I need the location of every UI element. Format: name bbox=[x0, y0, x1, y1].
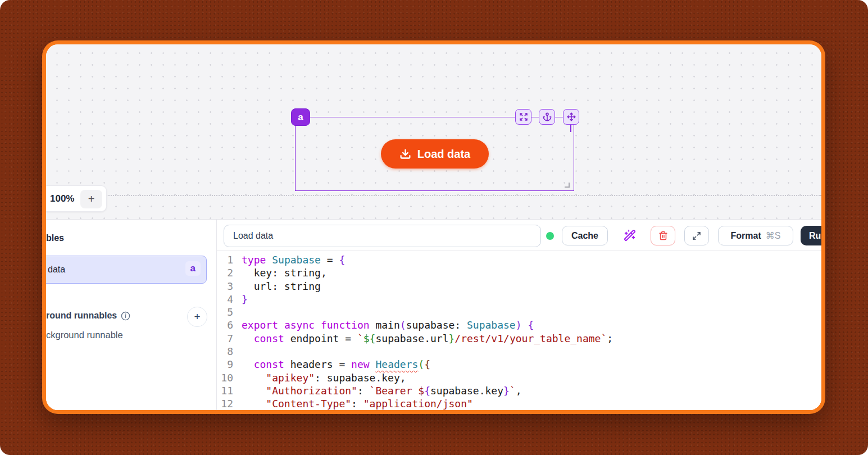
runnable-editor: Cache bbox=[217, 220, 821, 410]
background-runnables-heading: round runnables bbox=[46, 311, 117, 321]
trash-icon bbox=[658, 231, 668, 240]
line-number: 5 bbox=[217, 306, 233, 319]
line-number: 10 bbox=[217, 371, 233, 384]
line-number: 4 bbox=[217, 293, 233, 306]
code-line-content: "apikey": supabase.key, bbox=[233, 371, 406, 384]
runnable-item-label: data bbox=[46, 265, 65, 275]
code-editor[interactable]: 1type Supabase = {2 key: string,3 url: s… bbox=[217, 251, 821, 410]
runnable-list-item-selected[interactable]: data a bbox=[46, 256, 207, 284]
info-icon[interactable] bbox=[121, 311, 130, 321]
code-line[interactable]: 3 url: string bbox=[217, 280, 821, 293]
line-number: 6 bbox=[217, 319, 233, 331]
editor-toolbar: Cache bbox=[217, 220, 821, 251]
line-number: 2 bbox=[217, 266, 233, 279]
move-icon bbox=[567, 112, 576, 121]
code-line[interactable]: 2 key: string, bbox=[217, 266, 821, 279]
page-background: a bbox=[0, 0, 868, 455]
expand-corners-icon bbox=[519, 112, 528, 121]
zoom-level-label: 100% bbox=[46, 193, 74, 204]
line-number: 1 bbox=[217, 253, 233, 266]
cache-button-label: Cache bbox=[571, 231, 598, 241]
cache-button[interactable]: Cache bbox=[562, 226, 608, 245]
code-line[interactable]: 9 const headers = new Headers({ bbox=[217, 358, 821, 371]
code-line[interactable]: 4} bbox=[217, 293, 821, 306]
code-line-content: key: string, bbox=[233, 266, 327, 279]
code-line-content: "Content-Type": "application/json" bbox=[233, 397, 473, 410]
canvas-zoom-control: 100% + bbox=[46, 185, 107, 212]
code-line-content bbox=[233, 345, 242, 358]
expand-editor-button[interactable] bbox=[684, 226, 709, 245]
code-line[interactable]: 6export async function main(supabase: Su… bbox=[217, 319, 821, 331]
line-number: 12 bbox=[217, 397, 233, 410]
code-line-content: export async function main(supabase: Sup… bbox=[233, 319, 534, 331]
load-data-button-label: Load data bbox=[417, 148, 470, 161]
zoom-in-button[interactable]: + bbox=[80, 190, 102, 208]
status-dot bbox=[546, 232, 554, 240]
anchor-icon bbox=[543, 112, 552, 121]
component-move-button[interactable] bbox=[563, 109, 579, 125]
code-line[interactable]: 11 "Authorization": `Bearer ${supabase.k… bbox=[217, 384, 821, 397]
background-runnables-empty-text: ckground runnable bbox=[46, 330, 123, 340]
code-line-content bbox=[233, 306, 242, 319]
format-shortcut: ⌘S bbox=[766, 230, 781, 241]
code-line-content: const headers = new Headers({ bbox=[233, 358, 430, 371]
line-number: 8 bbox=[217, 345, 233, 358]
run-button-label: Run bbox=[809, 231, 821, 241]
runnables-heading: bles bbox=[46, 233, 64, 243]
app-window: a bbox=[42, 40, 825, 414]
bottom-panel: bles data a round runnables bbox=[46, 219, 821, 410]
app-window-content: a bbox=[46, 44, 821, 410]
expand-diagonal-icon bbox=[692, 231, 701, 240]
plus-icon: + bbox=[194, 311, 200, 323]
format-button-label: Format bbox=[731, 231, 761, 241]
runnable-name-input[interactable] bbox=[224, 225, 541, 247]
delete-button[interactable] bbox=[651, 226, 675, 245]
handle-connector-line bbox=[570, 124, 571, 132]
code-line-content: url: string bbox=[233, 280, 321, 293]
component-anchor-button[interactable] bbox=[539, 109, 555, 125]
code-line[interactable]: 1type Supabase = { bbox=[217, 253, 821, 266]
line-number: 7 bbox=[217, 332, 233, 345]
ai-wand-button[interactable] bbox=[624, 229, 636, 242]
runnables-sidebar: bles data a round runnables bbox=[46, 220, 217, 410]
download-icon bbox=[399, 148, 411, 160]
code-line-content: "Authorization": `Bearer ${supabase.key}… bbox=[233, 384, 522, 397]
load-data-button[interactable]: Load data bbox=[381, 139, 489, 169]
canvas-boundary-dotted-line bbox=[46, 195, 821, 196]
line-number: 9 bbox=[217, 358, 233, 371]
magic-wand-icon bbox=[624, 229, 636, 242]
format-button[interactable]: Format ⌘S bbox=[718, 226, 793, 245]
app-canvas[interactable]: a bbox=[46, 44, 821, 219]
code-line-content: const endpoint = `${supabase.url}/rest/v… bbox=[233, 332, 613, 345]
code-line[interactable]: 7 const endpoint = `${supabase.url}/rest… bbox=[217, 332, 821, 345]
code-line-content: } bbox=[233, 293, 248, 306]
code-line[interactable]: 10 "apikey": supabase.key, bbox=[217, 371, 821, 384]
code-line[interactable]: 12 "Content-Type": "application/json" bbox=[217, 397, 821, 410]
run-button[interactable]: Run bbox=[801, 226, 821, 245]
line-number: 11 bbox=[217, 384, 233, 397]
component-id-badge: a bbox=[291, 108, 310, 126]
runnable-item-badge: a bbox=[185, 261, 201, 276]
background-runnables-section: round runnables bbox=[46, 311, 130, 321]
code-line[interactable]: 5 bbox=[217, 306, 821, 319]
code-line-content: type Supabase = { bbox=[233, 253, 345, 266]
code-line[interactable]: 8 bbox=[217, 345, 821, 358]
component-resize-handle[interactable] bbox=[565, 183, 570, 188]
add-background-runnable-button[interactable]: + bbox=[187, 307, 207, 327]
line-number: 3 bbox=[217, 280, 233, 293]
code-lines: 1type Supabase = {2 key: string,3 url: s… bbox=[217, 253, 821, 410]
component-expand-button[interactable] bbox=[515, 109, 531, 125]
